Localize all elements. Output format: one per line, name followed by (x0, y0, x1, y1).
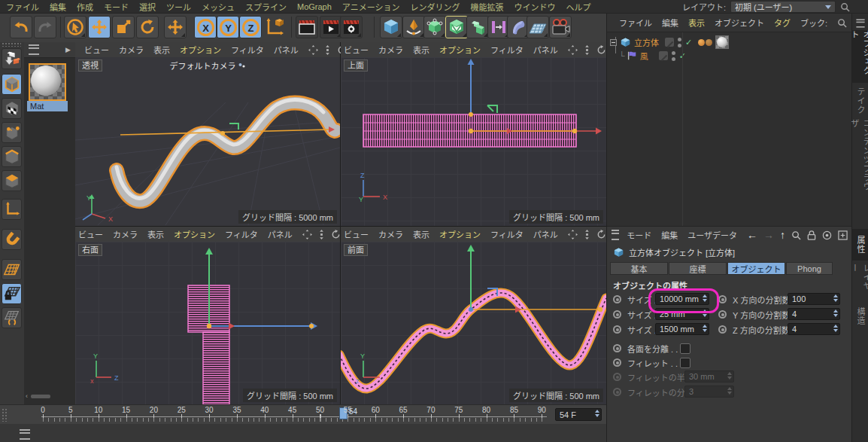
redo-button[interactable] (34, 16, 56, 38)
live-selection-button[interactable] (64, 16, 86, 38)
keyframe-radio[interactable] (613, 344, 621, 352)
tab-coordinates[interactable]: 座標 (669, 262, 727, 275)
generator-cube-button[interactable] (445, 16, 468, 38)
coordinate-system-button[interactable] (263, 16, 286, 38)
add-icon[interactable] (838, 230, 848, 240)
stepper[interactable] (595, 410, 599, 417)
pen-spline-button[interactable] (402, 16, 425, 38)
keyframe-radio[interactable] (613, 325, 621, 334)
rotate-view-icon[interactable] (596, 45, 606, 55)
editor-toggle[interactable] (659, 51, 668, 60)
vp4-menu-0[interactable]: ビュー (344, 228, 369, 240)
om-menu-0[interactable]: ファイル (619, 17, 652, 29)
vp3-menu-3[interactable]: オプション (174, 228, 215, 240)
vp2-menu-1[interactable]: カメラ (378, 44, 403, 56)
palette-grip[interactable] (2, 42, 21, 47)
main-menu-5[interactable]: ツール (166, 1, 191, 13)
cube-object-outline[interactable] (117, 102, 336, 201)
vp3-menu-1[interactable]: カメラ (113, 228, 138, 240)
vp2-menu-4[interactable]: フィルタ (490, 44, 524, 56)
vp3-menu-2[interactable]: 表示 (147, 228, 164, 240)
keyframe-radio[interactable] (613, 310, 621, 319)
om-menu-4[interactable]: タグ (774, 17, 791, 29)
menu-icon[interactable] (29, 44, 39, 55)
vp3-body[interactable]: Y Zx 右面 グリッド間隔 : 500 mm (75, 242, 340, 404)
point-mode-button[interactable] (2, 122, 22, 143)
side-tab-structure[interactable]: 構造 (852, 301, 868, 331)
tab-object[interactable]: オブジェクト (727, 262, 785, 275)
main-menu-4[interactable]: 選択 (139, 1, 156, 13)
pan-icon[interactable] (302, 230, 312, 239)
vp4-body[interactable]: Y z 前面 グリッド間隔 : 500 mm (341, 242, 606, 404)
search-icon[interactable] (840, 2, 850, 12)
lock-workplane-button[interactable] (2, 283, 22, 304)
object-name[interactable]: 立方体 (634, 36, 659, 48)
collapse-icon[interactable] (610, 39, 617, 46)
vp1-menu-0[interactable]: ビュー (84, 44, 109, 56)
material-name[interactable]: Mat (27, 101, 68, 111)
keyframe-radio[interactable] (718, 295, 727, 303)
main-menu-10[interactable]: レンダリング (410, 1, 460, 13)
up-icon[interactable]: ↑ (780, 230, 785, 240)
move-tool-button[interactable] (88, 16, 111, 38)
separate-checkbox[interactable] (680, 343, 690, 354)
menu-icon[interactable] (612, 230, 619, 240)
expand-arrow-icon[interactable]: ▶ (65, 46, 71, 53)
seg-y-field[interactable]: 4 (788, 308, 840, 320)
om-menu-3[interactable]: オブジェクト (715, 17, 764, 29)
am-menu-1[interactable]: 編集 (661, 229, 678, 241)
lock-icon[interactable] (807, 230, 816, 240)
axis-mode-button[interactable] (2, 199, 22, 220)
texture-mode-button[interactable] (2, 98, 22, 119)
main-menu-12[interactable]: ウインドウ (514, 1, 555, 13)
material-thumbnail[interactable] (29, 63, 66, 101)
dolly-icon[interactable] (323, 45, 332, 55)
workplane-button[interactable] (2, 259, 22, 280)
main-menu-1[interactable]: 編集 (50, 1, 66, 13)
pan-icon[interactable] (568, 45, 578, 55)
polygon-mode-button[interactable] (2, 170, 22, 191)
material-tag[interactable] (715, 35, 729, 49)
floor-object-button[interactable] (527, 16, 549, 38)
scrollbar-thumb[interactable] (31, 395, 50, 398)
main-menu-9[interactable]: アニメーション (342, 1, 400, 13)
vp2-menu-5[interactable]: パネル (533, 44, 558, 56)
y-axis-lock-button[interactable]: Y (217, 16, 239, 38)
dolly-icon[interactable] (317, 230, 326, 239)
am-menu-2[interactable]: ユーザデータ (687, 229, 737, 241)
object-row-cube[interactable]: 立方体 ✓ (610, 35, 729, 49)
timeline-grip[interactable] (2, 408, 8, 422)
dolly-icon[interactable] (582, 230, 592, 239)
subdivision-surface-button[interactable] (423, 16, 446, 38)
rotate-band-handle[interactable] (487, 105, 497, 113)
visibility-dots[interactable] (672, 51, 675, 61)
target-icon[interactable] (822, 230, 832, 240)
enabled-check-icon[interactable]: ✓ (685, 38, 692, 47)
layout-select[interactable]: 初期 (ユーザー) (730, 1, 836, 13)
vp2-menu-0[interactable]: ビュー (344, 44, 369, 56)
object-origin-handle[interactable] (469, 307, 473, 312)
om-menu-1[interactable]: 編集 (662, 17, 678, 29)
pan-icon[interactable] (308, 45, 318, 55)
vp1-camera-label[interactable]: デフォルトカメラ (170, 59, 246, 72)
am-menu-0[interactable]: モード (627, 229, 651, 241)
om-menu-5[interactable]: ブック: (800, 17, 827, 29)
vp3-menu-4[interactable]: フィルタ (225, 228, 258, 240)
tab-basic[interactable]: 基本 (610, 262, 668, 275)
keyframe-radio[interactable] (718, 325, 727, 334)
side-tab-layers[interactable]: レイヤー (852, 264, 868, 298)
timeline-ruler[interactable]: 54 54 F 05101520253035404550556065707580… (0, 404, 606, 425)
render-settings-button[interactable] (340, 16, 363, 38)
main-menu-13[interactable]: ヘルプ (566, 1, 590, 13)
stepper[interactable] (833, 309, 838, 317)
modeling-commands-button[interactable] (466, 16, 489, 38)
side-tab-content-browser[interactable]: コンテンツブラウザ (852, 119, 868, 194)
make-editable-button[interactable] (2, 48, 22, 69)
x-axis-handle-line[interactable] (120, 130, 329, 135)
back-icon[interactable]: ← (747, 230, 757, 240)
main-menu-3[interactable]: モード (104, 1, 129, 13)
cube-object-rightview-bottom[interactable] (203, 332, 229, 404)
stepper[interactable] (703, 325, 707, 332)
seg-x-field[interactable]: 100 (788, 293, 840, 305)
vp1-menu-4[interactable]: フィルタ (231, 44, 264, 56)
